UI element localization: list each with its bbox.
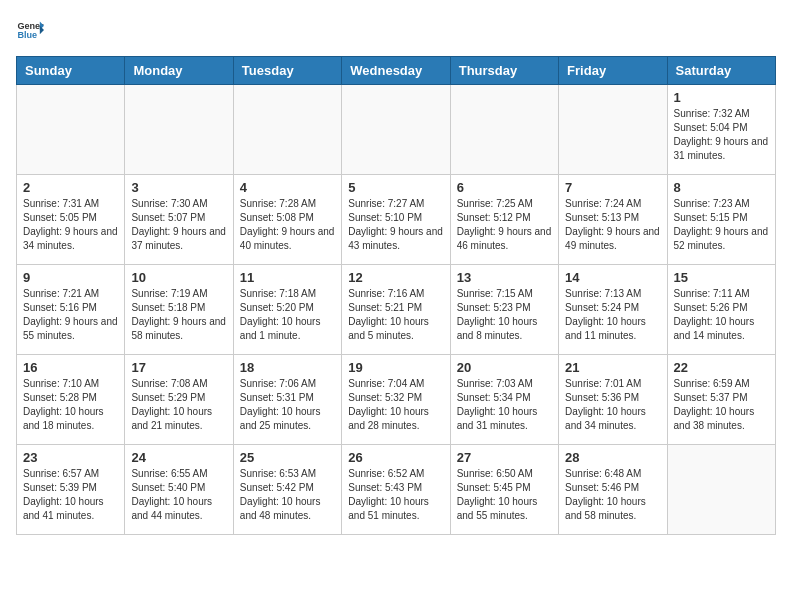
day-number: 1: [674, 90, 769, 105]
day-info: Sunrise: 7:01 AM Sunset: 5:36 PM Dayligh…: [565, 377, 660, 433]
weekday-header-friday: Friday: [559, 57, 667, 85]
day-number: 9: [23, 270, 118, 285]
week-row-4: 16Sunrise: 7:10 AM Sunset: 5:28 PM Dayli…: [17, 355, 776, 445]
calendar-cell: 10Sunrise: 7:19 AM Sunset: 5:18 PM Dayli…: [125, 265, 233, 355]
calendar-cell: [125, 85, 233, 175]
svg-text:Blue: Blue: [17, 30, 37, 40]
day-info: Sunrise: 6:48 AM Sunset: 5:46 PM Dayligh…: [565, 467, 660, 523]
logo: General Blue: [16, 16, 44, 44]
day-info: Sunrise: 6:50 AM Sunset: 5:45 PM Dayligh…: [457, 467, 552, 523]
day-info: Sunrise: 7:11 AM Sunset: 5:26 PM Dayligh…: [674, 287, 769, 343]
day-info: Sunrise: 7:08 AM Sunset: 5:29 PM Dayligh…: [131, 377, 226, 433]
calendar-cell: 2Sunrise: 7:31 AM Sunset: 5:05 PM Daylig…: [17, 175, 125, 265]
day-info: Sunrise: 7:19 AM Sunset: 5:18 PM Dayligh…: [131, 287, 226, 343]
calendar-cell: 14Sunrise: 7:13 AM Sunset: 5:24 PM Dayli…: [559, 265, 667, 355]
calendar-cell: 26Sunrise: 6:52 AM Sunset: 5:43 PM Dayli…: [342, 445, 450, 535]
day-info: Sunrise: 7:13 AM Sunset: 5:24 PM Dayligh…: [565, 287, 660, 343]
weekday-header-tuesday: Tuesday: [233, 57, 341, 85]
weekday-header-row: SundayMondayTuesdayWednesdayThursdayFrid…: [17, 57, 776, 85]
calendar-cell: 5Sunrise: 7:27 AM Sunset: 5:10 PM Daylig…: [342, 175, 450, 265]
day-info: Sunrise: 7:31 AM Sunset: 5:05 PM Dayligh…: [23, 197, 118, 253]
week-row-1: 1Sunrise: 7:32 AM Sunset: 5:04 PM Daylig…: [17, 85, 776, 175]
calendar-cell: 25Sunrise: 6:53 AM Sunset: 5:42 PM Dayli…: [233, 445, 341, 535]
day-number: 25: [240, 450, 335, 465]
calendar-cell: 12Sunrise: 7:16 AM Sunset: 5:21 PM Dayli…: [342, 265, 450, 355]
day-number: 8: [674, 180, 769, 195]
calendar-cell: 16Sunrise: 7:10 AM Sunset: 5:28 PM Dayli…: [17, 355, 125, 445]
day-number: 28: [565, 450, 660, 465]
week-row-5: 23Sunrise: 6:57 AM Sunset: 5:39 PM Dayli…: [17, 445, 776, 535]
calendar-cell: 18Sunrise: 7:06 AM Sunset: 5:31 PM Dayli…: [233, 355, 341, 445]
day-info: Sunrise: 7:28 AM Sunset: 5:08 PM Dayligh…: [240, 197, 335, 253]
day-info: Sunrise: 7:03 AM Sunset: 5:34 PM Dayligh…: [457, 377, 552, 433]
calendar-cell: 4Sunrise: 7:28 AM Sunset: 5:08 PM Daylig…: [233, 175, 341, 265]
day-number: 10: [131, 270, 226, 285]
day-info: Sunrise: 7:23 AM Sunset: 5:15 PM Dayligh…: [674, 197, 769, 253]
day-info: Sunrise: 7:06 AM Sunset: 5:31 PM Dayligh…: [240, 377, 335, 433]
calendar-cell: [559, 85, 667, 175]
calendar-cell: 22Sunrise: 6:59 AM Sunset: 5:37 PM Dayli…: [667, 355, 775, 445]
weekday-header-monday: Monday: [125, 57, 233, 85]
day-info: Sunrise: 7:24 AM Sunset: 5:13 PM Dayligh…: [565, 197, 660, 253]
day-number: 11: [240, 270, 335, 285]
weekday-header-thursday: Thursday: [450, 57, 558, 85]
calendar-cell: 15Sunrise: 7:11 AM Sunset: 5:26 PM Dayli…: [667, 265, 775, 355]
calendar-cell: 1Sunrise: 7:32 AM Sunset: 5:04 PM Daylig…: [667, 85, 775, 175]
logo-icon: General Blue: [16, 16, 44, 44]
day-number: 23: [23, 450, 118, 465]
day-info: Sunrise: 7:25 AM Sunset: 5:12 PM Dayligh…: [457, 197, 552, 253]
calendar-cell: 27Sunrise: 6:50 AM Sunset: 5:45 PM Dayli…: [450, 445, 558, 535]
page-header: General Blue: [16, 16, 776, 44]
calendar-cell: 19Sunrise: 7:04 AM Sunset: 5:32 PM Dayli…: [342, 355, 450, 445]
calendar-cell: 23Sunrise: 6:57 AM Sunset: 5:39 PM Dayli…: [17, 445, 125, 535]
calendar-table: SundayMondayTuesdayWednesdayThursdayFrid…: [16, 56, 776, 535]
calendar-cell: 13Sunrise: 7:15 AM Sunset: 5:23 PM Dayli…: [450, 265, 558, 355]
calendar-cell: [342, 85, 450, 175]
calendar-cell: 3Sunrise: 7:30 AM Sunset: 5:07 PM Daylig…: [125, 175, 233, 265]
day-info: Sunrise: 7:18 AM Sunset: 5:20 PM Dayligh…: [240, 287, 335, 343]
day-info: Sunrise: 7:32 AM Sunset: 5:04 PM Dayligh…: [674, 107, 769, 163]
day-info: Sunrise: 7:15 AM Sunset: 5:23 PM Dayligh…: [457, 287, 552, 343]
calendar-cell: 7Sunrise: 7:24 AM Sunset: 5:13 PM Daylig…: [559, 175, 667, 265]
day-info: Sunrise: 7:16 AM Sunset: 5:21 PM Dayligh…: [348, 287, 443, 343]
day-info: Sunrise: 6:59 AM Sunset: 5:37 PM Dayligh…: [674, 377, 769, 433]
day-info: Sunrise: 6:53 AM Sunset: 5:42 PM Dayligh…: [240, 467, 335, 523]
day-number: 12: [348, 270, 443, 285]
day-info: Sunrise: 7:10 AM Sunset: 5:28 PM Dayligh…: [23, 377, 118, 433]
day-number: 21: [565, 360, 660, 375]
day-number: 7: [565, 180, 660, 195]
day-number: 13: [457, 270, 552, 285]
calendar-cell: [450, 85, 558, 175]
calendar-cell: 11Sunrise: 7:18 AM Sunset: 5:20 PM Dayli…: [233, 265, 341, 355]
calendar-cell: 17Sunrise: 7:08 AM Sunset: 5:29 PM Dayli…: [125, 355, 233, 445]
day-number: 5: [348, 180, 443, 195]
calendar-cell: [17, 85, 125, 175]
day-info: Sunrise: 7:30 AM Sunset: 5:07 PM Dayligh…: [131, 197, 226, 253]
day-number: 22: [674, 360, 769, 375]
day-number: 4: [240, 180, 335, 195]
calendar-cell: 8Sunrise: 7:23 AM Sunset: 5:15 PM Daylig…: [667, 175, 775, 265]
calendar-cell: [233, 85, 341, 175]
day-number: 17: [131, 360, 226, 375]
day-info: Sunrise: 6:55 AM Sunset: 5:40 PM Dayligh…: [131, 467, 226, 523]
day-number: 24: [131, 450, 226, 465]
day-number: 15: [674, 270, 769, 285]
weekday-header-sunday: Sunday: [17, 57, 125, 85]
week-row-2: 2Sunrise: 7:31 AM Sunset: 5:05 PM Daylig…: [17, 175, 776, 265]
weekday-header-wednesday: Wednesday: [342, 57, 450, 85]
day-info: Sunrise: 6:52 AM Sunset: 5:43 PM Dayligh…: [348, 467, 443, 523]
day-number: 26: [348, 450, 443, 465]
day-info: Sunrise: 6:57 AM Sunset: 5:39 PM Dayligh…: [23, 467, 118, 523]
day-number: 20: [457, 360, 552, 375]
day-info: Sunrise: 7:04 AM Sunset: 5:32 PM Dayligh…: [348, 377, 443, 433]
calendar-cell: [667, 445, 775, 535]
calendar-cell: 20Sunrise: 7:03 AM Sunset: 5:34 PM Dayli…: [450, 355, 558, 445]
day-number: 27: [457, 450, 552, 465]
day-number: 14: [565, 270, 660, 285]
day-info: Sunrise: 7:21 AM Sunset: 5:16 PM Dayligh…: [23, 287, 118, 343]
day-number: 18: [240, 360, 335, 375]
day-number: 3: [131, 180, 226, 195]
day-number: 19: [348, 360, 443, 375]
day-number: 6: [457, 180, 552, 195]
week-row-3: 9Sunrise: 7:21 AM Sunset: 5:16 PM Daylig…: [17, 265, 776, 355]
